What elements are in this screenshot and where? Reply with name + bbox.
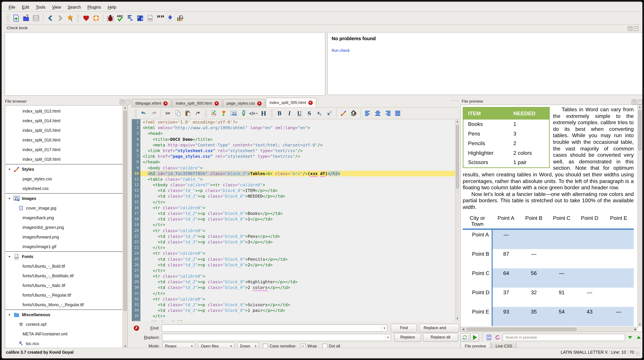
code-line-2[interactable]: 2<html xmlns="http://www.w3.org/1999/xht… xyxy=(132,125,459,131)
code-line-13[interactable]: 13 <td class="td_"><p class="block_8">IT… xyxy=(132,188,459,193)
float-panel-icon[interactable] xyxy=(628,26,632,31)
code-line-5[interactable]: 5 <meta http-equiv="Content-Type" conten… xyxy=(132,142,459,148)
category-miscellaneous[interactable]: ▼Miscellaneous xyxy=(5,309,122,319)
strike-icon[interactable]: S xyxy=(305,109,314,118)
replace-and-find-button[interactable]: Replace and Find xyxy=(419,324,459,332)
file-item[interactable]: index_split_013.html xyxy=(5,106,122,116)
file-item[interactable]: index_split_014.html xyxy=(5,116,122,126)
refresh-preview-button[interactable] xyxy=(460,333,469,342)
code-line-24[interactable]: 24 <tr class="calibre8"> xyxy=(132,251,459,256)
menu-view[interactable]: View xyxy=(49,4,64,10)
code-line-18[interactable]: 18 <td class="td_3"><p class="block_9">1… xyxy=(132,216,459,222)
bug-icon[interactable] xyxy=(106,13,115,23)
open-folder-icon[interactable] xyxy=(21,13,30,23)
file-item[interactable]: fonts/Ubuntu_-_Regular.ttf xyxy=(5,290,122,300)
editor-tab[interactable]: page_styles.css× xyxy=(223,99,266,107)
code-line-30[interactable]: 30 <td class="td_3"><p class="block_9">2… xyxy=(132,285,459,290)
code-tag-icon[interactable]: </>▼ xyxy=(249,109,258,118)
code-line-35[interactable]: 35 </tr> xyxy=(132,313,459,319)
file-item[interactable]: fonts/Ubuntu_-_BoldItalic.ttf xyxy=(5,271,122,281)
code-line-34[interactable]: 34 <td class="td_3"><p class="block_9">1… xyxy=(132,307,459,313)
code-line-10[interactable]: 10 <h2 id="id_Toc359077856" class="block… xyxy=(132,171,459,176)
code-line-3[interactable]: 3 <head> xyxy=(132,131,459,136)
superscript-icon[interactable]: x2 xyxy=(325,109,334,118)
file-item[interactable]: fonts/Ubuntu_-_Bold.ttf xyxy=(5,261,122,271)
menu-tools[interactable]: Tools xyxy=(32,4,49,10)
menu-help[interactable]: Help xyxy=(104,4,120,10)
run-preview-button[interactable] xyxy=(470,333,479,342)
code-line-22[interactable]: 22 <td class="td_3"><p class="block_9">3… xyxy=(132,239,459,245)
toc-edit-icon[interactable] xyxy=(126,13,135,23)
close-tab-icon[interactable]: × xyxy=(257,101,262,105)
close-find-icon[interactable]: ✗ xyxy=(134,325,139,331)
chevron-down-icon[interactable]: ▼ xyxy=(385,334,391,341)
collapse-arrow-icon[interactable]: ▼ xyxy=(8,168,11,171)
file-item[interactable]: fonts/Ubuntu_Mono_-_Regular.ttf xyxy=(5,300,122,309)
category-fonts[interactable]: ▼TTFFonts xyxy=(5,251,122,261)
scroll-down-icon[interactable]: ▼ xyxy=(456,316,460,321)
back-icon[interactable] xyxy=(46,13,55,23)
code-line-29[interactable]: 29 <td class="td_2"><p class="block_9">H… xyxy=(132,279,459,285)
replace-all-button[interactable]: Replace all xyxy=(423,333,458,342)
code-line-9[interactable]: 9 <body class="calibre"> xyxy=(132,165,459,171)
collapse-arrow-icon[interactable]: ▼ xyxy=(8,313,11,316)
collapse-arrow-icon[interactable]: ▼ xyxy=(8,255,11,258)
editor-tab[interactable]: index_split_000.html× xyxy=(172,99,222,107)
paste-icon[interactable] xyxy=(183,109,192,118)
code-line-26[interactable]: 26 <td class="td_3"><p class="block_9">2… xyxy=(132,262,459,267)
search-prev-icon[interactable] xyxy=(635,334,642,341)
lifebuoy-icon[interactable] xyxy=(91,13,100,23)
heart-icon[interactable] xyxy=(81,13,90,23)
beautify-icon[interactable] xyxy=(165,13,174,23)
preview-search-input[interactable]: Search in preview xyxy=(502,334,625,341)
align-left-icon[interactable] xyxy=(363,109,372,118)
sync-position-icon[interactable] xyxy=(485,334,493,341)
panel-drag-handle[interactable] xyxy=(450,100,459,101)
chevron-down-icon[interactable]: ▼ xyxy=(382,325,387,331)
close-panel-icon[interactable]: × xyxy=(638,100,642,104)
code-line-20[interactable]: 20 <tr class="calibre8"> xyxy=(132,228,459,233)
preview-vscrollbar[interactable]: ▲ ▼ xyxy=(637,105,642,327)
scrollbar-thumb[interactable] xyxy=(638,110,641,150)
spellcheck-icon[interactable]: ABC xyxy=(116,13,125,23)
code-line-11[interactable]: 11 <table class="table_"> xyxy=(132,176,459,182)
scrollbar-thumb[interactable] xyxy=(124,111,127,311)
align-center-icon[interactable] xyxy=(373,109,382,118)
copy-icon[interactable] xyxy=(173,109,182,118)
file-item[interactable]: index_split_018.html xyxy=(5,154,122,164)
code-line-8[interactable]: 8</head> xyxy=(132,159,459,165)
code-line-7[interactable]: 7<link href="page_styles.css" rel="style… xyxy=(132,153,459,159)
replace-input[interactable]: ▼ xyxy=(162,334,391,341)
scroll-left-icon[interactable]: ◀ xyxy=(461,327,466,331)
code-line-17[interactable]: 17 <td class="td_2"><p class="block_9">B… xyxy=(132,211,459,216)
translate-book-icon[interactable]: A xyxy=(136,13,145,23)
undo-icon[interactable] xyxy=(139,109,148,118)
file-item[interactable]: index_split_017.html xyxy=(5,145,122,154)
file-item[interactable]: cover_image.jpg xyxy=(5,203,122,213)
scrollbar-thumb[interactable] xyxy=(456,125,459,189)
paint-bucket-icon[interactable] xyxy=(349,109,358,118)
code-line-31[interactable]: 31 </tr> xyxy=(132,290,459,296)
resize-grip[interactable] xyxy=(636,352,640,356)
file-item[interactable]: META-INF/container.xml xyxy=(5,329,122,339)
code-line-1[interactable]: 1<?xml version='1.0' encoding='utf-8'?> xyxy=(132,119,459,125)
preview-hscrollbar[interactable]: ◀ ▶ xyxy=(461,327,638,331)
code-editor[interactable]: 1<?xml version='1.0' encoding='utf-8'?>2… xyxy=(132,119,459,321)
scrollbar-thumb[interactable] xyxy=(466,328,576,331)
scroll-up-icon[interactable]: ▲ xyxy=(456,119,460,124)
save-icon[interactable] xyxy=(31,13,40,23)
menu-edit[interactable]: Edit xyxy=(18,4,32,10)
close-panel-icon[interactable]: × xyxy=(634,26,638,31)
brush-icon[interactable] xyxy=(339,109,348,118)
insert-image-icon[interactable] xyxy=(229,109,238,118)
replace-button[interactable]: Replace xyxy=(394,333,421,342)
menu-search[interactable]: Search xyxy=(64,4,84,10)
underline-icon[interactable]: U xyxy=(295,109,304,118)
category-styles[interactable]: ▼Styles xyxy=(5,164,122,174)
category-images[interactable]: ▼Images xyxy=(5,193,122,203)
redo-icon[interactable] xyxy=(149,109,158,118)
close-tab-icon[interactable]: × xyxy=(308,101,312,105)
code-line-23[interactable]: 23 </tr> xyxy=(132,245,459,250)
code-line-16[interactable]: 16 <tr class="calibre8"> xyxy=(132,205,459,211)
file-item[interactable]: toc.ncx xyxy=(5,339,122,348)
